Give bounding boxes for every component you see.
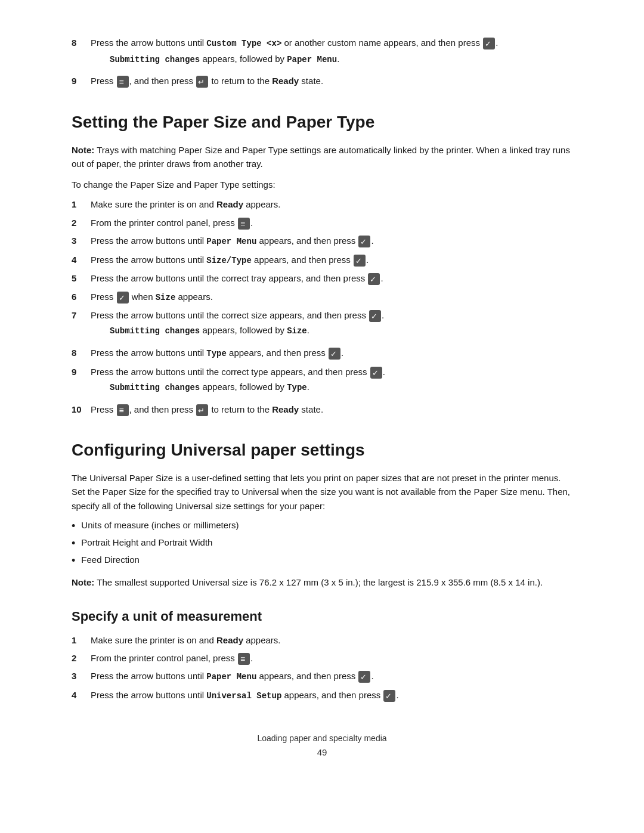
bullet-3: Feed Direction [72,553,572,568]
s1-step-4: 4 Press the arrow buttons until Size/Typ… [72,253,572,268]
s1-num-9: 9 [72,365,91,379]
step-num-8t: 8 [72,36,91,49]
s1-step-5: 5 Press the arrow buttons until the corr… [72,271,572,285]
note-text-1: Trays with matching Paper Size and Paper… [72,145,570,169]
sub-step-8t: Submitting changes appears, followed by … [110,52,572,67]
mono-submitting-s1-9: Submitting changes [110,383,200,392]
s1-step-8: 8 Press the arrow buttons until Type app… [72,346,572,361]
mono-submitting-s1-7: Submitting changes [110,326,200,336]
check-icon-s1-5 [368,273,380,285]
note-label-1: Note: [72,145,94,155]
ss-num-4: 4 [72,688,91,702]
ss-step-4: 4 Press the arrow buttons until Universa… [72,688,572,703]
sub-step-s1-7: Submitting changes appears, followed by … [110,323,572,338]
section2-note: Note: The smallest supported Universal s… [72,575,572,589]
check-icon-8t [483,38,495,49]
check-icon-ss-4 [383,690,395,702]
section2-bullets: Units of measure (inches or millimeters)… [72,519,572,569]
mono-universal-setup: Universal Setup [206,691,281,701]
check-icon-s1-7 [369,310,381,322]
s1-num-7: 7 [72,308,91,322]
s1-step-2: 2 From the printer control panel, press … [72,216,572,230]
menu-icon-9t [117,76,129,88]
s1-num-5: 5 [72,271,91,285]
sub-step-s1-9: Submitting changes appears, followed by … [110,380,572,395]
mono-type-sub-s1-9: Type [287,383,307,392]
s1-num-4: 4 [72,253,91,267]
s1-num-10: 10 [72,402,91,416]
menu-icon-s1-10 [117,404,129,416]
check-icon-s1-6 [117,292,129,304]
menu-icon-ss-2 [238,653,250,665]
s1-num-8: 8 [72,346,91,360]
s1-num-1: 1 [72,197,91,211]
ready-ss-1: Ready [216,635,243,645]
ready-s1-10: Ready [272,404,299,414]
page-footer: Loading paper and specialty media 49 [72,732,572,760]
s1-step-6: 6 Press when Size appears. [72,290,572,305]
s1-step-9: 9 Press the arrow buttons until the corr… [72,365,572,398]
bullet-1: Units of measure (inches or millimeters) [72,519,572,534]
mono-type-s1: Type [206,349,227,358]
return-icon-9t [196,76,208,88]
section2-heading: Configuring Universal paper settings [72,438,572,463]
ss-num-1: 1 [72,633,91,647]
return-icon-s1-10 [196,404,208,416]
section1-heading: Setting the Paper Size and Paper Type [72,110,572,135]
mono-sizetype: Size/Type [206,256,252,265]
ss-step-3: 3 Press the arrow buttons until Paper Me… [72,669,572,684]
check-icon-s1-8 [329,348,340,360]
section2-intro: The Universal Paper Size is a user-defin… [72,471,572,513]
s1-step-1: 1 Make sure the printer is on and Ready … [72,197,572,211]
s1-step-10: 10 Press , and then press to return to t… [72,402,572,416]
step-num-9t: 9 [72,74,91,88]
check-icon-s1-3 [358,236,370,247]
note-label-2: Note: [72,577,94,587]
mono-submitting-1: Submitting changes [110,55,200,64]
s1-num-3: 3 [72,234,91,247]
section1-note: Note: Trays with matching Paper Size and… [72,143,572,171]
section1-intro: To change the Paper Size and Paper Type … [72,178,572,191]
footer-text: Loading paper and specialty media [72,732,572,745]
section1-steps-list: 1 Make sure the printer is on and Ready … [72,197,572,416]
ready-s1-1: Ready [216,199,243,209]
mono-paper-menu-ss: Paper Menu [206,672,256,682]
step-9-top: 9 Press , and then press to return to th… [72,74,572,88]
mono-paper-menu-1: Paper Menu [287,55,337,64]
mono-size-s1: Size [156,293,176,302]
check-icon-s1-4 [354,255,366,267]
s1-num-2: 2 [72,216,91,230]
note-text-2: The smallest supported Universal size is… [94,577,543,587]
check-icon-ss-3 [358,671,370,683]
ss-step-1: 1 Make sure the printer is on and Ready … [72,633,572,647]
mono-custom-type: Custom Type <x> [206,39,281,48]
step-8-top: 8 Press the arrow buttons until Custom T… [72,36,572,70]
mono-paper-menu-s1: Paper Menu [206,237,256,246]
check-icon-s1-9 [370,367,382,379]
subsection-heading: Specify a unit of measurement [72,606,572,626]
bullet-2: Portrait Height and Portrait Width [72,536,572,551]
page-number: 49 [72,746,572,760]
menu-icon-s1-2 [238,218,250,230]
mono-size-sub-s1-7: Size [287,326,307,336]
s1-step-3: 3 Press the arrow buttons until Paper Me… [72,234,572,249]
subsection-steps-list: 1 Make sure the printer is on and Ready … [72,633,572,703]
top-steps-list: 8 Press the arrow buttons until Custom T… [72,36,572,88]
ss-num-2: 2 [72,651,91,665]
s1-num-6: 6 [72,290,91,304]
ready-label-9t: Ready [272,76,299,86]
ss-step-2: 2 From the printer control panel, press … [72,651,572,665]
ss-num-3: 3 [72,669,91,683]
s1-step-7: 7 Press the arrow buttons until the corr… [72,308,572,342]
